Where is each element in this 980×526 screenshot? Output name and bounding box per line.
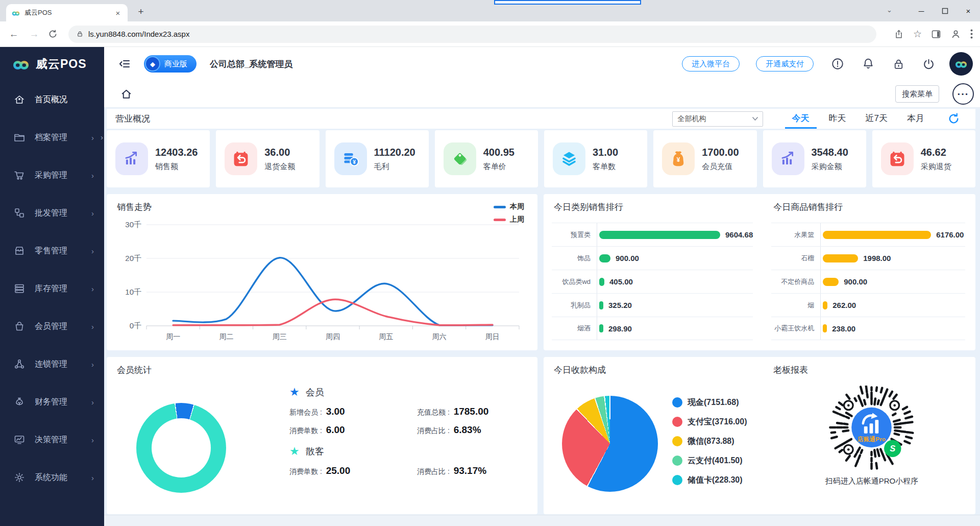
sidebar: 威云POS 首页概况 档案管理 › 采购管理 › 批发管理 › 零售管理 › 库… (0, 47, 104, 526)
svg-text:周六: 周六 (432, 332, 447, 341)
search-menu-button[interactable]: 搜索菜单 (895, 85, 939, 103)
stat-label: 客单价 (483, 162, 514, 172)
folder-icon (13, 131, 26, 144)
app-logo: 威云POS (0, 47, 104, 81)
stat-value: 12403.26 (155, 147, 198, 158)
range-tab-近7天[interactable]: 近7天 (859, 109, 895, 129)
payment-legend-微信[interactable]: 微信(873.88) (672, 432, 747, 451)
menu-fold-icon[interactable] (118, 58, 131, 70)
profile-avatar-icon[interactable] (950, 29, 961, 39)
back-icon[interactable]: ← (7, 29, 20, 40)
legend-item-本周[interactable]: 本周 (494, 202, 524, 211)
stat-label: 会员充值 (702, 162, 739, 172)
rank-label: 烟 (771, 301, 820, 310)
range-tab-今天[interactable]: 今天 (785, 109, 817, 129)
rank-row-烟酒: 烟酒 298.90 (552, 317, 753, 340)
sidebar-item-store[interactable]: 零售管理 › (0, 232, 104, 270)
rank-bar (823, 301, 827, 309)
rank-bar (599, 324, 603, 332)
payment-legend-现金[interactable]: 现金(7151.68) (672, 393, 747, 412)
avatar-cloud-icon (954, 59, 968, 69)
sidebar-item-folder[interactable]: 档案管理 › (0, 118, 104, 156)
sidebar-item-boxes[interactable]: 批发管理 › (0, 194, 104, 232)
sidebar-expand-handle[interactable]: › (101, 133, 103, 141)
browser-menu-icon[interactable] (970, 29, 973, 39)
lock-screen-icon[interactable] (892, 58, 905, 70)
sidebar-item-member[interactable]: 会员管理 › (0, 307, 104, 345)
sidebar-item-home[interactable]: 首页概况 (0, 81, 104, 118)
rank-value: 262.00 (832, 301, 856, 309)
overview-header: 营业概况 全部机构 今天昨天近7天本月 (107, 109, 975, 129)
sidebar-item-decision[interactable]: 决策管理 › (0, 421, 104, 459)
stat-value: 400.95 (483, 147, 514, 158)
address-bar[interactable]: ls.yun8848.com/Index23.aspx (68, 26, 876, 43)
payment-composition-section: 今日收款构成 现金(7151.68) 支付宝(3716.00) 微信(873.8… (544, 357, 768, 514)
edition-badge[interactable]: ◆ 商业版 (144, 55, 197, 73)
payment-legend-储值卡[interactable]: 储值卡(228.30) (672, 470, 747, 490)
payment-legend-支付宝[interactable]: 支付宝(3716.00) (672, 412, 747, 432)
window-minimize-button[interactable]: ─ (910, 0, 933, 21)
open-weipay-button[interactable]: 开通威支付 (756, 56, 814, 71)
range-tab-昨天[interactable]: 昨天 (822, 109, 853, 129)
chevron-right-icon: › (91, 133, 94, 142)
window-close-button[interactable]: × (957, 0, 980, 21)
rank-value: 900.00 (616, 254, 639, 262)
stat-value: 31.00 (593, 147, 618, 158)
stat-label: 销售额 (155, 162, 198, 172)
new-tab-button[interactable]: + (134, 5, 148, 19)
sidebar-item-label: 连锁管理 (35, 359, 91, 370)
rank-value: 298.90 (608, 324, 632, 333)
browser-tab[interactable]: 威云POS × (6, 4, 128, 21)
share-icon[interactable] (894, 29, 904, 39)
refresh-icon[interactable] (947, 112, 960, 125)
range-tab-本月[interactable]: 本月 (900, 109, 932, 129)
sidebar-nav: 首页概况 档案管理 › 采购管理 › 批发管理 › 零售管理 › 库存管理 › … (0, 81, 104, 496)
footer-strip (104, 515, 980, 526)
trend-icon (115, 142, 148, 175)
rank-label: 饮品类wd (552, 277, 597, 286)
power-logout-icon[interactable] (922, 58, 935, 70)
tab-close-icon[interactable]: × (113, 9, 122, 17)
user-avatar[interactable] (949, 52, 973, 76)
stat-card-销售额: 12403.26 销售额 (107, 130, 210, 187)
chevron-right-icon: › (91, 284, 94, 293)
payment-legend-云支付[interactable]: 云支付(401.50) (672, 451, 747, 470)
top-header: ◆ 商业版 公司总部_系统管理员 进入微平台 开通威支付 (104, 47, 980, 81)
info-icon[interactable] (831, 57, 844, 70)
chevron-right-icon: › (91, 398, 94, 407)
member-stat-消费单数: 消费单数 : 6.00 (289, 424, 417, 436)
legend-label: 储值卡(228.30) (688, 475, 743, 486)
more-options-button[interactable]: ··· (952, 83, 974, 105)
home-icon[interactable] (120, 88, 133, 101)
sidebar-item-stock[interactable]: 库存管理 › (0, 270, 104, 307)
legend-label: 现金(7151.68) (688, 397, 739, 408)
sidebar-item-chain[interactable]: 连锁管理 › (0, 345, 104, 383)
stat-value: 3548.40 (812, 147, 848, 158)
sidebar-item-gear[interactable]: 系统功能 › (0, 459, 104, 496)
star-icon: ★ (289, 386, 300, 399)
sidebar-item-cart[interactable]: 采购管理 › (0, 156, 104, 194)
bookmark-star-icon[interactable]: ☆ (913, 28, 922, 40)
svg-text:¥: ¥ (353, 159, 356, 165)
rank-label: 石榴 (771, 254, 820, 263)
enter-micro-platform-button[interactable]: 进入微平台 (682, 56, 740, 71)
rank-value: 238.00 (832, 324, 855, 333)
reload-icon[interactable] (48, 29, 61, 39)
member-stat-消费单数: 消费单数 : 25.00 (289, 465, 417, 476)
sidebar-item-finance[interactable]: 财务管理 › (0, 383, 104, 421)
side-panel-icon[interactable] (931, 29, 941, 39)
rank-label: 饰品 (552, 254, 597, 263)
tab-search-icon[interactable]: ⌄ (887, 6, 892, 14)
legend-label: 支付宝(3716.00) (688, 417, 747, 427)
favicon-cloud-icon (11, 10, 20, 16)
member-stat-充值总额: 充值总额 : 1785.00 (417, 406, 529, 417)
org-filter-select[interactable]: 全部机构 (672, 111, 763, 127)
star-icon: ★ (289, 445, 300, 458)
legend-dot (672, 475, 682, 485)
browser-url-bar: ← → ls.yun8848.com/Index23.aspx ☆ (0, 21, 980, 47)
notification-bell-icon[interactable] (862, 57, 875, 70)
qr-caption: 扫码进入店帐通PRO小程序 (825, 476, 919, 486)
forward-icon[interactable]: → (28, 29, 41, 40)
cart-icon (13, 169, 26, 181)
window-maximize-button[interactable] (933, 0, 957, 21)
